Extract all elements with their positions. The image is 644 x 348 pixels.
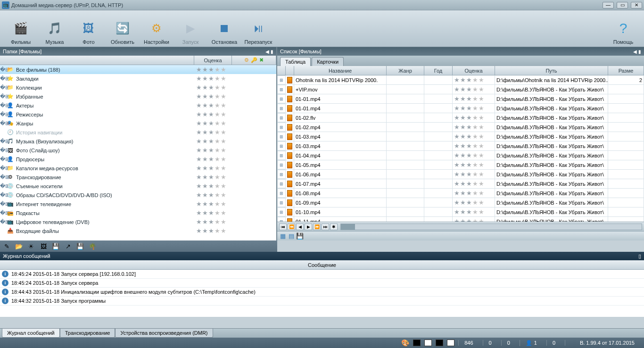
- log-row[interactable]: i18:45:24 2015-01-18 Запуск сервера: [0, 279, 644, 288]
- row-rating[interactable]: ★★★★★: [453, 151, 495, 160]
- year-column[interactable]: Год: [424, 66, 453, 75]
- folder-rating[interactable]: ★★★★★: [195, 93, 232, 99]
- nav-prev-page[interactable]: ⏪: [288, 224, 295, 230]
- folder-icon[interactable]: 📂: [15, 242, 23, 250]
- row-rating[interactable]: ★★★★★: [453, 75, 495, 84]
- row-rating[interactable]: ★★★★★: [453, 85, 495, 94]
- folder-row[interactable]: 📥 Входящие файлы ★★★★★: [0, 226, 276, 235]
- close-button[interactable]: ✕: [631, 2, 642, 8]
- folder-rating[interactable]: ★★★★★: [195, 210, 232, 216]
- folder-rating[interactable]: ★★★★★: [195, 165, 232, 171]
- folder-rating[interactable]: ★★★★★: [195, 201, 232, 207]
- table-row[interactable]: ⊞ 01-05.mp4 ★★★★★ D:\фильмы\В.УЛЬЯНОВ - …: [277, 160, 644, 170]
- expand-icon[interactable]: �⊞: [0, 102, 7, 108]
- folder-row[interactable]: �⊞ 📻 Подкасты ★★★★★: [0, 208, 276, 217]
- grid-icon[interactable]: ▦: [279, 232, 287, 240]
- save-icon[interactable]: 💾: [296, 232, 304, 240]
- row-expand[interactable]: ⊞: [277, 113, 286, 122]
- folder-name-column[interactable]: [0, 56, 194, 65]
- tool-музыка[interactable]: 🎵 Музыка: [38, 13, 72, 45]
- expand-icon[interactable]: �⊞: [0, 111, 7, 117]
- minimize-button[interactable]: —: [603, 2, 614, 8]
- row-expand[interactable]: ⊞: [277, 207, 286, 216]
- folder-row[interactable]: �⊞ 💿 Съемные носители ★★★★★: [0, 182, 276, 191]
- folder-row[interactable]: �⊞ 📁 Коллекции ★★★★★: [0, 83, 276, 92]
- expand-icon[interactable]: �⊞: [0, 84, 7, 91]
- expand-icon[interactable]: �⊞: [0, 174, 7, 180]
- table-row[interactable]: ⊞ 01-07.mp4 ★★★★★ D:\фильмы\В.УЛЬЯНОВ - …: [277, 179, 644, 189]
- table-row[interactable]: ⊞ Ohotnik na lis 2014 HDTVRip 2000. ★★★★…: [277, 75, 644, 85]
- row-expand[interactable]: ⊞: [277, 179, 286, 188]
- expand-icon[interactable]: �⊞: [0, 165, 7, 171]
- row-rating[interactable]: ★★★★★: [453, 217, 495, 222]
- row-expand[interactable]: ⊞: [277, 132, 286, 141]
- expand-icon[interactable]: �⊞: [0, 201, 7, 207]
- view-tab-0[interactable]: Таблица: [280, 57, 311, 66]
- nav-first[interactable]: ⏮: [279, 224, 287, 230]
- table-row[interactable]: ⊞ 01-04.mp4 ★★★★★ D:\фильмы\В.УЛЬЯНОВ - …: [277, 151, 644, 160]
- row-expand[interactable]: ⊞: [277, 160, 286, 169]
- bottom-tab-1[interactable]: Транскодирование: [60, 329, 116, 338]
- tool-настройки[interactable]: ⚙ Настройки: [140, 13, 173, 45]
- path-column[interactable]: Путь: [495, 66, 608, 75]
- folder-row[interactable]: �⊟ 📂 Все фильмы (188) ★★★★★: [0, 65, 276, 74]
- bottom-tab-2[interactable]: Устройства воспроизведения (DMR): [115, 329, 213, 338]
- tool-остановка[interactable]: ⏹ Остановка: [207, 13, 241, 45]
- row-rating[interactable]: ★★★★★: [453, 132, 495, 141]
- rating-column[interactable]: Оценка: [453, 66, 495, 75]
- table-row[interactable]: ⊞ 01-06.mp4 ★★★★★ D:\фильмы\В.УЛЬЯНОВ - …: [277, 170, 644, 179]
- folder-rating[interactable]: ★★★★★: [195, 84, 232, 91]
- expand-column[interactable]: [277, 66, 286, 75]
- row-expand[interactable]: ⊞: [277, 94, 286, 103]
- row-rating[interactable]: ★★★★★: [453, 189, 495, 198]
- row-expand[interactable]: ⊞: [277, 75, 286, 84]
- edit-icon[interactable]: ✎: [3, 242, 10, 250]
- sun-icon[interactable]: ☀: [27, 242, 35, 250]
- expand-icon[interactable]: �⊞: [0, 183, 7, 189]
- folder-rating[interactable]: ★★★★★: [195, 111, 232, 117]
- row-expand[interactable]: ⊞: [277, 141, 286, 150]
- row-expand[interactable]: ⊞: [277, 198, 286, 207]
- folder-rating[interactable]: ★★★★★: [195, 192, 232, 198]
- row-rating[interactable]: ★★★★★: [453, 179, 495, 188]
- row-rating[interactable]: ★★★★★: [453, 141, 495, 150]
- row-expand[interactable]: ⊞: [277, 85, 286, 94]
- bottom-tab-0[interactable]: Журнал сообщений: [2, 329, 60, 338]
- tool-перезапуск[interactable]: ⏯ Перезапуск: [241, 13, 275, 45]
- swatch-black2[interactable]: [436, 340, 443, 346]
- expand-icon[interactable]: �⊟: [0, 66, 7, 73]
- folder-row[interactable]: �⊞ 🖼 Фото (Слайд-шоу) ★★★★★: [0, 146, 276, 155]
- table-row[interactable]: ⊞ 01-09.mp4 ★★★★★ D:\фильмы\В.УЛЬЯНОВ - …: [277, 198, 644, 207]
- row-expand[interactable]: ⊞: [277, 217, 286, 222]
- row-expand[interactable]: ⊞: [277, 170, 286, 179]
- table-row[interactable]: ⊞ 01-03.mp4 ★★★★★ D:\фильмы\В.УЛЬЯНОВ - …: [277, 132, 644, 141]
- folder-rating[interactable]: ★★★★★: [195, 228, 232, 234]
- folder-row[interactable]: �⊞ 👤 Продюсеры ★★★★★: [0, 155, 276, 164]
- row-rating[interactable]: ★★★★★: [453, 123, 495, 132]
- log-pin-icon[interactable]: ▯: [638, 253, 641, 259]
- row-rating[interactable]: ★★★★★: [453, 198, 495, 207]
- log-row[interactable]: i18:45:24 2015-01-18 Запуск сервера [192…: [0, 270, 644, 279]
- log-row[interactable]: i18:44:43 2015-01-18 Инициализации шрифт…: [0, 288, 644, 297]
- table-row[interactable]: ⊞ 01-02.mp4 ★★★★★ D:\фильмы\В.УЛЬЯНОВ - …: [277, 123, 644, 132]
- folder-rating[interactable]: ★★★★★: [195, 129, 232, 135]
- row-expand[interactable]: ⊞: [277, 151, 286, 160]
- table-row[interactable]: ⊞ 01-01.mp4 ★★★★★ D:\фильмы\В.УЛЬЯНОВ - …: [277, 94, 644, 104]
- size-column[interactable]: Разме: [608, 66, 644, 75]
- name-column[interactable]: Название: [294, 66, 387, 75]
- folder-rating[interactable]: ★★★★★: [195, 219, 232, 225]
- nav-prev[interactable]: ◀: [296, 224, 304, 230]
- palm-icon[interactable]: 🌴: [89, 242, 96, 250]
- row-rating[interactable]: ★★★★★: [453, 170, 495, 179]
- table-row[interactable]: ⊞ 01-08.mp4 ★★★★★ D:\фильмы\В.УЛЬЯНОВ - …: [277, 189, 644, 198]
- expand-icon[interactable]: �⊞: [0, 75, 7, 82]
- folder-row[interactable]: �⊞ ⭐ Избранные ★★★★★: [0, 92, 276, 101]
- table-row[interactable]: ⊞ 01-10.mp4 ★★★★★ D:\фильмы\В.УЛЬЯНОВ - …: [277, 207, 644, 217]
- log-row[interactable]: i18:44:32 2015-01-18 Запуск программы: [0, 297, 644, 306]
- folder-rating-column[interactable]: Оценка: [194, 56, 232, 65]
- log-column-header[interactable]: Сообщение: [0, 260, 644, 270]
- genre-column[interactable]: Жанр: [387, 66, 424, 75]
- nav-next-page[interactable]: ⏩: [313, 224, 321, 230]
- row-expand[interactable]: ⊞: [277, 189, 286, 198]
- folder-row[interactable]: �⊞ 📁 Каталоги медиа-ресурсов ★★★★★: [0, 164, 276, 173]
